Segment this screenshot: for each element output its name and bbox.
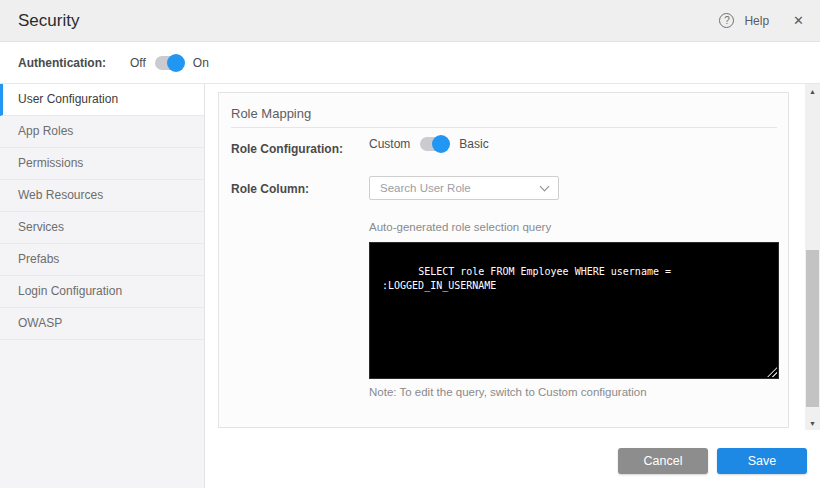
query-note: Note: To edit the query, switch to Custo…: [369, 386, 647, 398]
sidebar-item-app-roles[interactable]: App Roles: [0, 116, 204, 148]
header-actions: ? Help ✕: [719, 13, 804, 28]
role-column-select[interactable]: Search User Role: [369, 176, 559, 200]
scroll-down-icon[interactable]: ▼: [805, 416, 820, 430]
security-dialog: Security ? Help ✕ Authentication: Off On…: [0, 0, 820, 488]
role-configuration-label: Role Configuration:: [231, 142, 343, 156]
sidebar: User Configuration App Roles Permissions…: [0, 84, 205, 488]
authentication-label: Authentication:: [18, 56, 106, 70]
toggle-knob: [432, 135, 450, 153]
role-column-label: Role Column:: [231, 182, 309, 196]
save-button[interactable]: Save: [717, 448, 807, 474]
help-link[interactable]: Help: [744, 14, 769, 28]
cancel-button[interactable]: Cancel: [618, 448, 708, 474]
role-configuration-value: Custom Basic: [369, 137, 489, 151]
panel-title: Role Mapping: [231, 106, 311, 121]
chevron-down-icon: [540, 181, 550, 191]
page-title: Security: [18, 11, 79, 31]
authentication-toggle[interactable]: [155, 56, 184, 70]
custom-option-label: Custom: [369, 137, 410, 151]
scroll-up-icon[interactable]: ▲: [805, 84, 820, 98]
close-icon[interactable]: ✕: [793, 13, 804, 28]
resize-handle[interactable]: [767, 367, 777, 377]
panel-title-divider: [231, 127, 777, 128]
role-configuration-toggle[interactable]: [420, 137, 449, 151]
scrollbar-thumb[interactable]: [806, 250, 819, 407]
basic-option-label: Basic: [459, 137, 488, 151]
sidebar-item-login-configuration[interactable]: Login Configuration: [0, 276, 204, 308]
role-mapping-panel: Role Mapping Role Configuration: Custom …: [218, 92, 789, 428]
sidebar-item-user-configuration[interactable]: User Configuration: [0, 84, 204, 116]
query-textarea[interactable]: SELECT role FROM Employee WHERE username…: [369, 242, 779, 379]
role-column-placeholder: Search User Role: [380, 182, 471, 194]
sidebar-item-owasp[interactable]: OWASP: [0, 308, 204, 340]
dialog-header: Security ? Help ✕: [0, 0, 820, 42]
authentication-on-label: On: [193, 56, 209, 70]
help-icon[interactable]: ?: [719, 13, 734, 28]
sidebar-item-services[interactable]: Services: [0, 212, 204, 244]
vertical-scrollbar[interactable]: ▲ ▼: [805, 84, 820, 430]
sidebar-item-web-resources[interactable]: Web Resources: [0, 180, 204, 212]
toggle-knob: [167, 54, 185, 72]
query-text: SELECT role FROM Employee WHERE username…: [382, 266, 677, 291]
sidebar-item-prefabs[interactable]: Prefabs: [0, 244, 204, 276]
sidebar-item-permissions[interactable]: Permissions: [0, 148, 204, 180]
authentication-off-label: Off: [130, 56, 146, 70]
authentication-bar: Authentication: Off On: [0, 42, 820, 84]
query-label: Auto-generated role selection query: [369, 221, 551, 233]
